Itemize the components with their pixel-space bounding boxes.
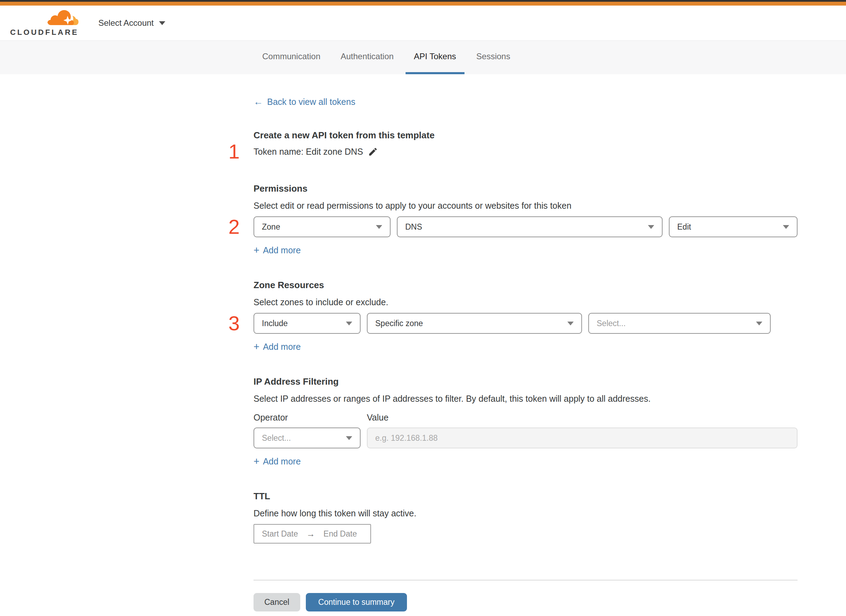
zone-resources-section: Zone Resources Select zones to include o… [253,280,797,352]
zone-resources-heading: Zone Resources [253,280,797,290]
chevron-down-icon [756,321,762,326]
zone-type-select[interactable]: Specific zone [367,313,582,334]
permission-resource-select[interactable]: DNS [397,216,662,237]
permissions-section: Permissions Select edit or read permissi… [253,183,797,255]
cloudflare-wordmark: CLOUDFLARE [10,28,79,37]
token-name-row: 1 Token name: Edit zone DNS [253,146,797,157]
form-actions: Cancel Continue to summary [253,593,797,615]
header: CLOUDFLARE Select Account [0,6,846,41]
value-label: Value [367,412,388,422]
step-marker-1: 1 [228,141,240,162]
tab-api-tokens[interactable]: API Tokens [406,41,465,74]
arrow-right-icon: → [306,529,315,539]
ttl-section: TTL Define how long this token will stay… [253,491,797,544]
tab-authentication[interactable]: Authentication [333,41,402,74]
permissions-row: 2 Zone DNS Edit [253,216,797,237]
end-date-placeholder: End Date [324,529,357,539]
add-ip-filter-button[interactable]: + Add more [253,456,301,466]
chevron-down-icon [376,225,382,229]
create-token-heading: Create a new API token from this templat… [253,130,797,141]
tab-sessions[interactable]: Sessions [468,41,519,74]
permission-access-select[interactable]: Edit [669,216,797,237]
token-template-form: ← Back to view all tokens Create a new A… [253,74,797,615]
zone-resources-description: Select zones to include or exclude. [253,297,797,307]
tab-communication[interactable]: Communication [254,41,329,74]
start-date-placeholder: Start Date [262,529,298,539]
zone-resources-row: 3 Include Specific zone Select... [253,313,797,334]
chevron-down-icon [346,436,352,440]
ttl-description: Define how long this token will stay act… [253,508,797,518]
permissions-heading: Permissions [253,183,797,194]
zone-name-select[interactable]: Select... [588,313,771,334]
cloudflare-logo[interactable]: CLOUDFLARE [10,8,78,39]
date-range-picker[interactable]: Start Date → End Date [253,524,371,544]
token-name-text: Token name: Edit zone DNS [253,146,363,157]
ip-value-input[interactable] [367,427,797,449]
profile-tabbar: Communication Authentication API Tokens … [0,41,846,74]
back-arrow-icon: ← [253,97,263,107]
plus-icon: + [253,245,259,255]
chevron-down-icon [159,21,165,25]
plus-icon: + [253,456,259,466]
step-marker-2: 2 [228,217,240,237]
cloudflare-cloud-icon [44,8,78,29]
ip-filtering-description: Select IP addresses or ranges of IP addr… [253,393,797,404]
step-marker-3: 3 [228,313,240,333]
chevron-down-icon [648,225,654,229]
brand-orange-bar [0,2,846,6]
ip-filter-row: Select... [253,427,797,449]
token-name-section: Create a new API token from this templat… [253,130,797,157]
operator-label: Operator [253,412,367,422]
add-permission-button[interactable]: + Add more [253,245,301,255]
continue-to-summary-button[interactable]: Continue to summary [306,593,407,612]
ip-filtering-section: IP Address Filtering Select IP addresses… [253,376,797,466]
back-link-label: Back to view all tokens [267,97,355,107]
permissions-description: Select edit or read permissions to apply… [253,200,797,211]
back-to-tokens-link[interactable]: ← Back to view all tokens [253,97,355,107]
zone-include-select[interactable]: Include [253,313,360,334]
ip-filtering-heading: IP Address Filtering [253,376,797,387]
ttl-heading: TTL [253,491,797,502]
footer-divider [253,580,797,581]
chevron-down-icon [783,225,789,229]
chevron-down-icon [346,321,352,326]
ip-operator-select[interactable]: Select... [253,427,360,449]
ip-filter-labels: Operator Value [253,412,797,422]
edit-pencil-icon[interactable] [368,147,378,157]
add-zone-resource-button[interactable]: + Add more [253,342,301,352]
permission-scope-select[interactable]: Zone [253,216,391,237]
chevron-down-icon [567,321,574,326]
select-account-label: Select Account [99,18,154,28]
cancel-button[interactable]: Cancel [253,593,300,612]
plus-icon: + [253,342,259,352]
select-account-dropdown[interactable]: Select Account [99,6,165,40]
